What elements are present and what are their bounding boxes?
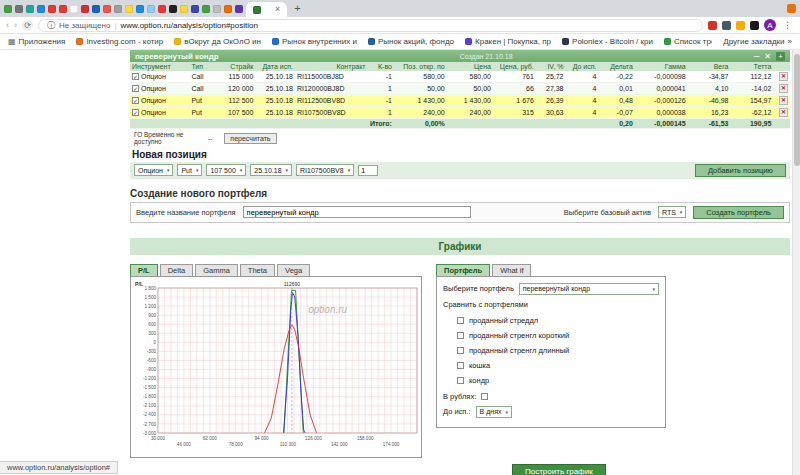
bookmark-item[interactable]: Список тренингов: [664, 37, 712, 46]
tab-favicon[interactable]: [26, 5, 34, 13]
rubles-checkbox[interactable]: [481, 393, 488, 400]
tab-favicon[interactable]: [147, 5, 155, 13]
url-text[interactable]: www.option.ru/analysis/option#position: [121, 21, 258, 30]
column-header[interactable]: Вега: [688, 62, 731, 71]
row-checkbox[interactable]: ✓: [132, 73, 139, 80]
tab-favicon[interactable]: [125, 5, 133, 13]
bookmark-item[interactable]: Кракен | Покупка, пр: [465, 37, 551, 46]
minimize-icon[interactable]: ─: [754, 52, 760, 61]
new-position-select[interactable]: 107 500▾: [206, 164, 246, 176]
tab-favicon[interactable]: [158, 5, 166, 13]
delete-row-button[interactable]: ✕: [779, 72, 788, 81]
reload-icon[interactable]: ⟳: [22, 20, 33, 31]
new-position-select[interactable]: Put▾: [177, 164, 202, 176]
tab-favicon[interactable]: [48, 5, 56, 13]
tab-favicon[interactable]: [4, 5, 12, 13]
portfolio-name-input[interactable]: [243, 206, 471, 218]
compare-checkbox[interactable]: [457, 332, 464, 339]
delete-row-button[interactable]: ✕: [779, 96, 788, 105]
tab-favicon[interactable]: [202, 5, 210, 13]
column-header[interactable]: Тип: [189, 62, 215, 71]
chart-tab-theta[interactable]: Theta: [240, 264, 275, 276]
new-position-select[interactable]: Опцион▾: [134, 164, 173, 176]
column-header[interactable]: Цена, руб.: [493, 62, 536, 71]
chart-tab-p-l[interactable]: P/L: [130, 264, 158, 276]
bookmark-item[interactable]: вОкруг да ОкОлО ин: [174, 37, 261, 46]
column-header[interactable]: Дата исп.: [255, 62, 295, 71]
column-header[interactable]: Дельта: [599, 62, 635, 71]
new-tab-button[interactable]: +: [290, 3, 304, 14]
tab-favicon[interactable]: [59, 5, 67, 13]
tab-favicon[interactable]: [81, 5, 89, 13]
tab-favicon[interactable]: [114, 5, 122, 13]
info-icon[interactable]: ⓘ: [47, 20, 55, 31]
delete-row-button[interactable]: ✕: [779, 108, 788, 117]
back-icon[interactable]: ‹: [6, 21, 9, 30]
new-position-select[interactable]: RI107500BV8▾: [296, 164, 354, 176]
quantity-input[interactable]: [358, 165, 378, 176]
tab-favicon[interactable]: [180, 5, 188, 13]
other-bookmarks[interactable]: Другие закладки »: [723, 37, 792, 46]
chart-tab-gamma[interactable]: Gamma: [195, 264, 238, 276]
extension-icon[interactable]: [736, 21, 745, 30]
days-select[interactable]: В днях ▾: [476, 406, 512, 418]
profile-avatar[interactable]: A: [764, 19, 776, 31]
tab-favicon[interactable]: [15, 5, 23, 13]
column-header[interactable]: До исп.: [566, 62, 599, 71]
compare-checkbox[interactable]: [457, 377, 464, 384]
row-checkbox[interactable]: ✓: [132, 85, 139, 92]
browser-menu-icon[interactable]: ⋮: [781, 20, 794, 30]
recalculate-button[interactable]: пересчитать: [224, 133, 276, 144]
forward-icon[interactable]: ›: [14, 21, 17, 30]
compare-checkbox[interactable]: [457, 347, 464, 354]
tab-favicon[interactable]: [103, 5, 111, 13]
column-header[interactable]: К-во: [368, 62, 394, 71]
active-tab[interactable]: ×: [246, 2, 287, 17]
tab-favicon[interactable]: [136, 5, 144, 13]
scrollbar[interactable]: [792, 50, 800, 475]
row-checkbox[interactable]: ✓: [132, 109, 139, 116]
tab-favicon[interactable]: [92, 5, 100, 13]
tab-favicon[interactable]: [235, 5, 243, 13]
delete-row-button[interactable]: ✕: [779, 84, 788, 93]
chart-tab-vega[interactable]: Vega: [277, 264, 310, 276]
chart-tab-delta[interactable]: Delta: [160, 264, 194, 276]
build-chart-button[interactable]: Построить график: [512, 464, 606, 475]
row-checkbox[interactable]: ✓: [132, 97, 139, 104]
extension-icon[interactable]: [708, 21, 717, 30]
bookmark-item[interactable]: Poloniex - Bitcoin / кри: [562, 37, 653, 46]
compare-checkbox[interactable]: [457, 362, 464, 369]
window-badge-icon[interactable]: [787, 4, 796, 13]
column-header[interactable]: Контракт: [295, 62, 368, 71]
bookmark-item[interactable]: Рынок акций, фондо: [368, 37, 454, 46]
base-asset-select[interactable]: RTS ▾: [658, 206, 686, 218]
bookmark-item[interactable]: Рынок внутренних и: [272, 37, 357, 46]
column-header[interactable]: Поз. откр. по: [394, 62, 447, 71]
column-header[interactable]: Гамма: [635, 62, 688, 71]
add-position-button[interactable]: Добавить позицию: [695, 164, 786, 177]
panel-tab-what-if[interactable]: What if: [492, 264, 531, 276]
add-icon[interactable]: +: [776, 52, 785, 61]
extension-icon[interactable]: [750, 21, 759, 30]
apps-shortcut[interactable]: ▦ Приложения: [8, 37, 65, 46]
extension-icon[interactable]: [722, 21, 731, 30]
close-icon[interactable]: ✕: [764, 52, 771, 61]
tab-close-icon[interactable]: ×: [275, 5, 280, 14]
create-portfolio-button[interactable]: Создать портфель: [693, 206, 784, 219]
scrollbar-thumb[interactable]: [794, 54, 800, 166]
column-header[interactable]: Инструмент: [130, 62, 189, 71]
portfolio-select[interactable]: перевернутый кондр ▾: [519, 283, 659, 295]
column-header[interactable]: IV, %: [536, 62, 566, 71]
tab-favicon[interactable]: [70, 5, 78, 13]
tab-favicon[interactable]: [213, 5, 221, 13]
new-position-select[interactable]: 25.10.18▾: [250, 164, 292, 176]
column-header[interactable]: Цена: [447, 62, 493, 71]
panel-tab-портфель[interactable]: Портфель: [436, 264, 490, 276]
tab-favicon[interactable]: [191, 5, 199, 13]
column-header[interactable]: Страйк: [216, 62, 256, 71]
compare-checkbox[interactable]: [457, 317, 464, 324]
bookmark-item[interactable]: Investing.com - котир: [76, 37, 163, 46]
tab-favicon[interactable]: [37, 5, 45, 13]
address-bar[interactable]: ⓘ Не защищено | www.option.ru/analysis/o…: [38, 19, 703, 32]
tab-favicon[interactable]: [224, 5, 232, 13]
